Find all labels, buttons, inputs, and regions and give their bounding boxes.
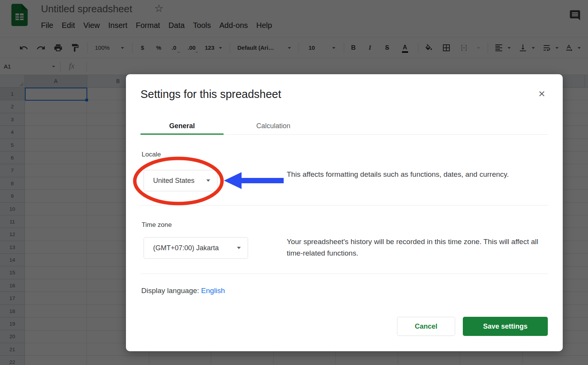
cancel-button[interactable]: Cancel xyxy=(397,317,455,336)
timezone-select[interactable]: (GMT+07:00) Jakarta xyxy=(144,237,248,259)
locale-value: United States xyxy=(153,177,194,185)
settings-dialog: Settings for this spreadsheet × General … xyxy=(126,74,563,351)
timezone-label: Time zone xyxy=(142,221,172,229)
locale-caret-icon xyxy=(206,179,210,182)
locale-select[interactable]: United States xyxy=(144,170,217,191)
dialog-tabs: General Calculation xyxy=(140,120,548,135)
save-settings-button[interactable]: Save settings xyxy=(463,317,548,336)
locale-label: Locale xyxy=(142,151,161,158)
timezone-caret-icon xyxy=(237,247,241,249)
divider xyxy=(140,274,548,274)
display-language-row: Display language: English xyxy=(141,287,225,295)
tab-calculation[interactable]: Calculation xyxy=(224,120,323,135)
divider xyxy=(140,205,548,205)
dialog-title: Settings for this spreadsheet xyxy=(140,88,281,101)
close-icon[interactable]: × xyxy=(538,88,545,99)
display-language-label: Display language: xyxy=(141,287,199,295)
display-language-link[interactable]: English xyxy=(201,287,225,295)
locale-description: This affects formatting details such as … xyxy=(287,169,516,180)
timezone-description: Your spreadsheet's history will be recor… xyxy=(287,236,539,259)
tab-general[interactable]: General xyxy=(140,120,224,135)
screen: Untitled spreadsheet ☆ FileEditViewInser… xyxy=(0,0,588,365)
timezone-value: (GMT+07:00) Jakarta xyxy=(153,244,219,252)
